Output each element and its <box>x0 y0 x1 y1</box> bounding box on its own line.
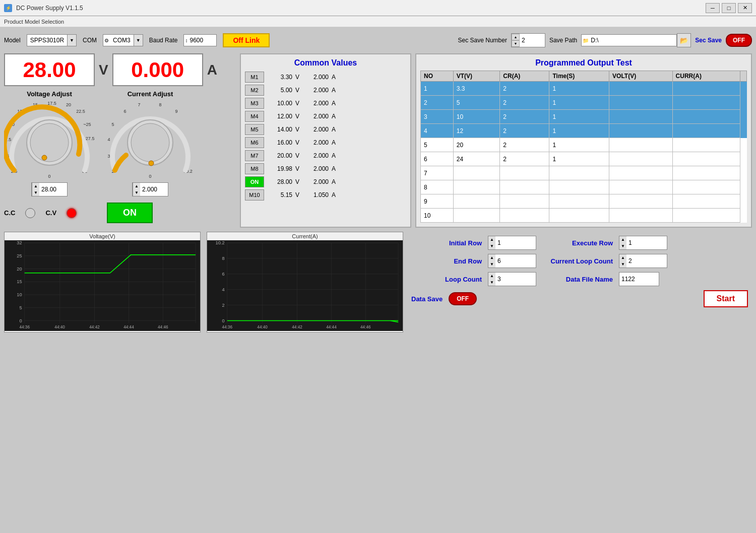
execute-row-down[interactable]: ▼ <box>619 243 626 249</box>
table-row[interactable]: 8 <box>421 180 747 194</box>
bottom-controls: Initial Row ▲ ▼ Execute Row ▲ ▼ <box>407 232 752 332</box>
loop-count-field[interactable] <box>495 273 536 286</box>
current-loop-field[interactable] <box>626 254 667 268</box>
mem-btn-m2[interactable]: M2 <box>245 85 264 96</box>
mem-btn-m8[interactable]: M8 <box>245 163 264 174</box>
common-values-rows: M13.30V2.000AM25.00V2.000AM310.00V2.000A… <box>245 72 406 201</box>
voltage-knob-container: Voltage Adjust 0 2.5 5 7.5 10 12.5 15 17… <box>4 90 95 196</box>
current-knob-container: Current Adjust 0 2 3 4 5 6 7 8 9 10. <box>105 90 196 196</box>
loop-count-input[interactable]: ▲ ▼ <box>488 272 536 286</box>
end-row-input[interactable]: ▲ ▼ <box>488 254 536 268</box>
cv-a-unit-9: A <box>332 178 337 185</box>
voltage-input[interactable] <box>39 184 67 195</box>
table-row[interactable]: 41221 <box>421 124 747 138</box>
sec-save-down[interactable]: ▼ <box>512 40 520 47</box>
on-button[interactable]: ON <box>107 203 153 223</box>
current-loop-down[interactable]: ▼ <box>619 261 626 268</box>
cell-curr-10 <box>672 209 740 223</box>
table-row[interactable]: 7 <box>421 166 747 180</box>
end-row-down[interactable]: ▼ <box>488 261 495 268</box>
current-loop-up[interactable]: ▲ <box>619 254 626 261</box>
execute-row-field[interactable] <box>626 236 667 249</box>
current-down[interactable]: ▼ <box>133 189 140 196</box>
execute-row-up[interactable]: ▲ <box>619 236 626 243</box>
mem-btn-m5[interactable]: M5 <box>245 124 264 135</box>
mem-btn-m6[interactable]: M6 <box>245 137 264 148</box>
current-chart-area: 10.2 8 6 4 2 0 44:36 44:40 44:42 44:44 4… <box>207 240 403 331</box>
save-path-field[interactable] <box>590 35 665 46</box>
display-row: 28.00 V 0.000 A <box>4 53 236 86</box>
table-row[interactable]: 10 <box>421 209 747 223</box>
baud-value[interactable] <box>188 35 216 46</box>
voltage-spinner[interactable]: ▲ ▼ <box>31 182 68 196</box>
cell-cr-7 <box>500 166 549 180</box>
minimize-button[interactable]: ─ <box>706 3 720 13</box>
voltage-knob-svg[interactable]: 0 2.5 5 7.5 10 12.5 15 17.5 20 22.5 ~25 … <box>4 100 95 180</box>
close-button[interactable]: ✕ <box>738 3 752 13</box>
off-link-button[interactable]: Off Link <box>223 33 270 47</box>
save-path-input[interactable]: 📁 <box>581 34 677 46</box>
com-dropdown-arrow[interactable]: ▼ <box>134 35 143 46</box>
execute-row-input[interactable]: ▲ ▼ <box>619 236 667 250</box>
mem-btn-m7[interactable]: M7 <box>245 150 264 161</box>
row-initial-execute: Initial Row ▲ ▼ Execute Row ▲ ▼ <box>411 236 748 250</box>
cv-row-3: M310.00V2.000A <box>245 98 406 109</box>
current-value-box: ▲ ▼ <box>132 182 168 196</box>
data-file-field[interactable] <box>619 272 659 286</box>
cell-cr-10 <box>500 209 549 223</box>
mem-btn-m1[interactable]: M1 <box>245 72 264 83</box>
end-row-field[interactable] <box>495 254 536 268</box>
table-row[interactable]: 9 <box>421 194 747 209</box>
cv-v-unit-1: V <box>295 74 300 81</box>
baud-input[interactable]: ↕ <box>183 34 217 46</box>
start-button[interactable]: Start <box>704 290 748 307</box>
folder-browse-button[interactable]: 📂 <box>677 33 691 47</box>
mem-btn-m10[interactable]: M10 <box>245 189 264 201</box>
com-dropdown[interactable]: ⚙ COM3 ▼ <box>103 34 143 46</box>
voltage-down[interactable]: ▼ <box>32 189 39 196</box>
cell-time-4: 1 <box>549 124 609 138</box>
menu-item-product[interactable]: Product Model Selection <box>4 19 64 25</box>
sec-save-up[interactable]: ▲ <box>512 34 520 40</box>
loop-count-down[interactable]: ▼ <box>488 279 495 286</box>
voltage-up[interactable]: ▲ <box>32 183 39 189</box>
sec-save-number-field[interactable] <box>520 34 545 47</box>
cv-current-6: 2.000 <box>303 139 329 146</box>
initial-row-up[interactable]: ▲ <box>488 236 495 243</box>
cc-indicator <box>25 208 35 218</box>
current-up[interactable]: ▲ <box>133 183 140 189</box>
current-input[interactable] <box>140 184 168 195</box>
end-row-up[interactable]: ▲ <box>488 254 495 261</box>
cv-voltage-9: 28.00 <box>267 178 292 185</box>
maximize-button[interactable]: □ <box>722 3 736 13</box>
data-save-toggle[interactable]: OFF <box>449 292 477 305</box>
table-row[interactable]: 13.321 <box>421 82 747 96</box>
cv-a-unit-3: A <box>332 100 337 107</box>
current-knob-svg[interactable]: 0 2 3 4 5 6 7 8 9 10.2 <box>105 100 196 180</box>
mem-btn-m3[interactable]: M3 <box>245 98 264 109</box>
cell-volt-10 <box>609 209 673 223</box>
table-row[interactable]: 31021 <box>421 110 747 124</box>
cv-v-unit-9: V <box>295 178 300 185</box>
table-row[interactable]: 52021 <box>421 138 747 152</box>
current-loop-input[interactable]: ▲ ▼ <box>619 254 667 268</box>
svg-text:0: 0 <box>48 174 50 179</box>
cell-volt-4 <box>609 124 673 138</box>
sec-save-number-input[interactable]: ▲ ▼ <box>511 33 545 47</box>
model-dropdown-arrow[interactable]: ▼ <box>67 35 76 46</box>
initial-row-down[interactable]: ▼ <box>488 243 495 249</box>
loop-count-up[interactable]: ▲ <box>488 273 495 279</box>
model-dropdown[interactable]: SPPS3010R ▼ <box>27 34 77 46</box>
mem-btn-m4[interactable]: M4 <box>245 111 264 122</box>
mem-btn-on[interactable]: ON <box>245 176 264 187</box>
sec-save-toggle[interactable]: OFF <box>726 34 752 47</box>
table-row[interactable]: 2521 <box>421 96 747 110</box>
table-row[interactable]: 62421 <box>421 152 747 166</box>
cell-volt-8 <box>609 180 673 194</box>
cv-current-5: 2.000 <box>303 126 329 133</box>
current-spinner[interactable]: ▲ ▼ <box>132 182 168 196</box>
knob-section: Voltage Adjust 0 2.5 5 7.5 10 12.5 15 17… <box>4 90 236 196</box>
initial-row-field[interactable] <box>495 236 536 249</box>
cv-voltage-2: 5.00 <box>267 87 292 94</box>
initial-row-input[interactable]: ▲ ▼ <box>488 236 536 250</box>
